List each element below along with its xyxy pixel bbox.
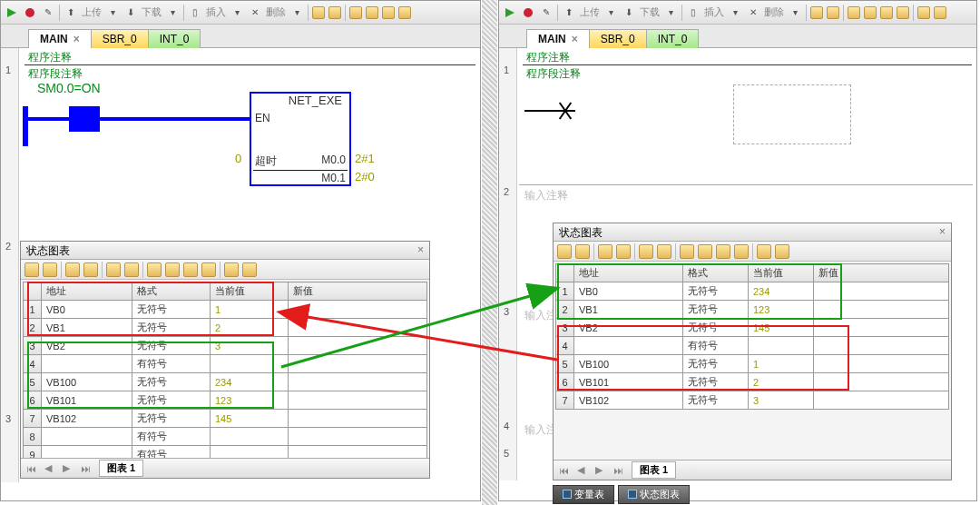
sp-btn[interactable] <box>680 244 694 259</box>
sp-btn[interactable] <box>83 262 98 277</box>
sp-btn[interactable] <box>616 244 631 259</box>
toolbar-btn[interactable] <box>827 6 839 19</box>
table-row[interactable]: 5VB100无符号1 <box>556 355 949 373</box>
upload-label[interactable]: 上传 <box>82 5 102 19</box>
sheet-tab[interactable]: 图表 1 <box>99 460 143 477</box>
col-addr[interactable]: 地址 <box>42 282 132 301</box>
col-fmt[interactable]: 格式 <box>132 282 211 301</box>
download-label[interactable]: 下载 <box>142 5 162 19</box>
table-row[interactable]: 1VB0无符号234 <box>556 282 949 301</box>
function-block-net-exe[interactable]: NET_EXE EN 超时 M0.0 M0.1 <box>250 92 351 186</box>
tab-main[interactable]: MAIN× <box>526 29 590 48</box>
delete-icon[interactable]: ✕ <box>248 5 262 20</box>
download-arrow-icon[interactable]: ⬇ <box>123 5 138 20</box>
table-row[interactable]: 6VB101无符号123 <box>24 391 427 410</box>
col-cur[interactable]: 当前值 <box>749 264 814 282</box>
tab-variable-table[interactable]: 变量表 <box>553 485 614 504</box>
nav-next-icon[interactable]: ▶ <box>595 464 608 476</box>
sp-btn[interactable] <box>183 262 198 277</box>
close-icon[interactable]: × <box>939 225 946 239</box>
col-fmt[interactable]: 格式 <box>683 264 749 282</box>
toolbar-btn-d[interactable] <box>366 6 378 19</box>
toolbar-btn-a[interactable] <box>312 6 325 19</box>
sheet-tab[interactable]: 图表 1 <box>632 461 676 479</box>
sp-btn[interactable] <box>106 262 121 277</box>
tab-main[interactable]: MAIN× <box>28 29 92 48</box>
toolbar-btn[interactable] <box>897 6 909 19</box>
toolbar-btn[interactable] <box>880 6 893 19</box>
nav-first-icon[interactable]: ⏮ <box>26 463 39 474</box>
table-row[interactable]: 3VB2无符号3 <box>24 337 427 355</box>
sp-btn[interactable] <box>757 244 771 259</box>
insert-label[interactable]: 插入 <box>206 5 226 19</box>
nav-prev-icon[interactable]: ◀ <box>44 462 57 474</box>
run-icon[interactable] <box>5 5 19 20</box>
pane-divider[interactable] <box>482 0 497 505</box>
upload-label[interactable]: 上传 <box>580 5 600 19</box>
toolbar-btn-f[interactable] <box>398 6 411 19</box>
tab-int0[interactable]: INT_0 <box>646 29 700 48</box>
status-table[interactable]: 地址 格式 当前值 新值 1VB0无符号12VB1无符号23VB2无符号34有符… <box>23 282 427 464</box>
toolbar-btn[interactable] <box>917 6 930 19</box>
table-row[interactable]: 7VB102无符号145 <box>24 410 427 428</box>
sp-btn[interactable] <box>124 262 139 277</box>
sp-btn[interactable] <box>201 262 216 277</box>
table-row[interactable]: 8有符号 <box>24 428 427 446</box>
run-icon[interactable] <box>503 5 517 20</box>
sp-btn[interactable] <box>557 244 572 259</box>
tab-sbr0[interactable]: SBR_0 <box>589 29 647 48</box>
table-row[interactable]: 2VB1无符号123 <box>556 301 949 319</box>
table-row[interactable]: 6VB101无符号2 <box>556 373 949 391</box>
upload-arrow-icon[interactable]: ⬆ <box>64 5 78 20</box>
nav-prev-icon[interactable]: ◀ <box>577 464 590 476</box>
tab-sbr0[interactable]: SBR_0 <box>91 29 149 48</box>
nav-last-icon[interactable]: ⏭ <box>81 463 93 474</box>
toolbar-btn[interactable] <box>810 6 823 19</box>
sp-btn[interactable] <box>775 244 789 259</box>
sp-btn[interactable] <box>147 262 162 277</box>
table-row[interactable]: 1VB0无符号1 <box>24 301 427 319</box>
sp-btn[interactable] <box>657 244 671 259</box>
tab-int0[interactable]: INT_0 <box>148 29 201 48</box>
sp-btn[interactable] <box>165 262 180 277</box>
edit-icon[interactable]: ✎ <box>41 5 55 20</box>
sp-btn[interactable] <box>734 244 749 259</box>
close-icon[interactable]: × <box>74 33 80 45</box>
insert-icon[interactable]: ▯ <box>188 5 202 20</box>
sp-btn[interactable] <box>43 262 57 277</box>
table-row[interactable]: 4有符号 <box>24 355 427 373</box>
col-cur[interactable]: 当前值 <box>211 282 289 301</box>
table-row[interactable]: 7VB102无符号3 <box>556 391 949 410</box>
sp-btn[interactable] <box>65 262 80 277</box>
contact[interactable] <box>69 106 100 132</box>
edit-icon[interactable]: ✎ <box>539 5 554 20</box>
download-label[interactable]: 下载 <box>640 5 660 19</box>
tab-status-chart[interactable]: 状态图表 <box>618 485 690 504</box>
table-row[interactable]: 4有符号 <box>556 337 949 355</box>
close-icon[interactable]: × <box>417 243 424 257</box>
sp-btn[interactable] <box>24 262 39 277</box>
delete-label[interactable]: 删除 <box>266 5 286 19</box>
col-new[interactable]: 新值 <box>814 264 949 282</box>
table-row[interactable]: 5VB100无符号234 <box>24 373 427 391</box>
sp-btn[interactable] <box>716 244 730 259</box>
upload-arrow-icon[interactable]: ⬆ <box>562 5 576 20</box>
sp-btn[interactable] <box>224 262 239 277</box>
toolbar-btn[interactable] <box>848 6 860 19</box>
table-row[interactable]: 2VB1无符号2 <box>24 319 427 337</box>
toolbar-btn-e[interactable] <box>382 6 395 19</box>
toolbar-btn[interactable] <box>934 6 946 19</box>
close-icon[interactable]: × <box>572 33 578 45</box>
table-row[interactable]: 3VB2无符号145 <box>556 319 949 337</box>
nav-first-icon[interactable]: ⏮ <box>559 465 572 476</box>
toolbar-btn[interactable] <box>864 6 877 19</box>
status-table[interactable]: 地址 格式 当前值 新值 1VB0无符号2342VB1无符号1233VB2无符号… <box>555 263 949 410</box>
sp-btn[interactable] <box>639 244 653 259</box>
nav-last-icon[interactable]: ⏭ <box>613 465 626 476</box>
sp-btn[interactable] <box>575 244 590 259</box>
toolbar-btn-c[interactable] <box>349 6 362 19</box>
empty-target[interactable] <box>733 84 851 144</box>
sp-btn[interactable] <box>698 244 712 259</box>
toolbar-btn-b[interactable] <box>328 6 341 19</box>
col-new[interactable]: 新值 <box>289 282 427 301</box>
